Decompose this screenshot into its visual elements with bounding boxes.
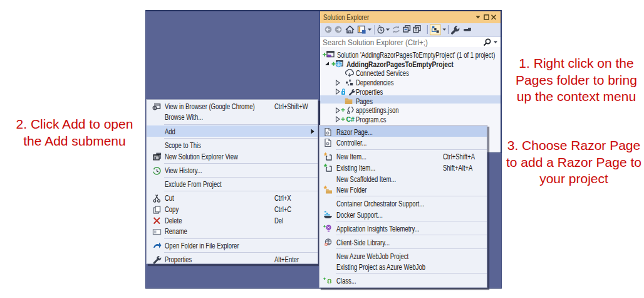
svg-text:C#: C#	[346, 115, 355, 123]
